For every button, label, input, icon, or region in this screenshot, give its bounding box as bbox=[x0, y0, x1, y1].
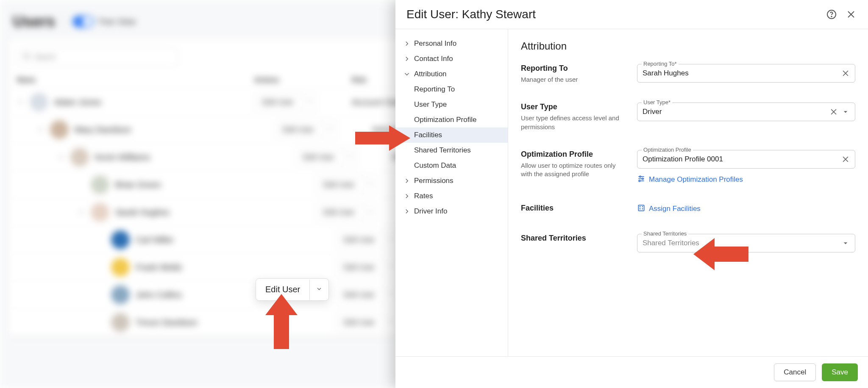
user-name: Adam Jones bbox=[54, 97, 101, 107]
user-name: Trevor Davidson bbox=[136, 318, 198, 327]
chevron-down-icon[interactable] bbox=[301, 94, 316, 110]
nav-item-contact-info[interactable]: Contact Info bbox=[395, 51, 508, 67]
avatar bbox=[50, 120, 69, 139]
panel-side-nav: Personal Info Contact Info Attribution R… bbox=[395, 29, 508, 356]
chevron-down-icon[interactable] bbox=[362, 204, 377, 220]
chevron-down-icon[interactable] bbox=[78, 209, 85, 216]
edit-user-button-label: Edit User bbox=[255, 94, 301, 111]
optimization-profile-field[interactable]: Optimization Profile Optimization Profil… bbox=[637, 150, 855, 169]
clear-icon[interactable] bbox=[841, 69, 850, 78]
chevron-right-icon bbox=[403, 208, 411, 215]
user-name: Brian Green bbox=[115, 180, 161, 190]
chevron-right-icon bbox=[403, 177, 411, 185]
search-icon bbox=[22, 52, 31, 62]
edit-user-button-label: Edit User bbox=[336, 314, 383, 331]
chevron-down-icon[interactable] bbox=[322, 122, 337, 138]
nav-item-personal-info[interactable]: Personal Info bbox=[395, 36, 508, 51]
edit-user-button[interactable]: Edit User bbox=[336, 258, 398, 277]
reporting-to-value: Sarah Hughes bbox=[643, 69, 841, 78]
reporting-to-field[interactable]: Reporting To* Sarah Hughes bbox=[637, 64, 855, 83]
edit-user-button-label: Edit User bbox=[295, 149, 342, 166]
avatar bbox=[111, 230, 130, 249]
edit-user-action-button[interactable]: Edit User bbox=[256, 278, 329, 301]
clear-icon[interactable] bbox=[829, 108, 838, 116]
svg-rect-20 bbox=[642, 206, 643, 208]
nav-sub-user-type[interactable]: User Type bbox=[395, 97, 508, 112]
panel-title: Edit User: Kathy Stewart bbox=[406, 8, 536, 21]
edit-user-button-label: Edit User bbox=[275, 121, 322, 139]
svg-point-0 bbox=[24, 53, 29, 58]
nav-item-attribution[interactable]: Attribution bbox=[395, 67, 508, 82]
edit-user-button-label: Edit User bbox=[316, 176, 362, 194]
assign-facilities-label: Assign Facilities bbox=[649, 205, 701, 213]
avatar bbox=[91, 203, 109, 222]
nav-sub-optimization-profile[interactable]: Optimization Profile bbox=[395, 112, 508, 127]
dropdown-caret-icon[interactable] bbox=[841, 239, 850, 247]
reporting-to-label: Reporting To bbox=[521, 64, 623, 73]
save-button[interactable]: Save bbox=[822, 363, 858, 381]
nav-sub-facilities[interactable]: Facilities bbox=[395, 127, 508, 143]
edit-user-button-label: Edit User bbox=[336, 259, 383, 276]
chevron-down-icon[interactable] bbox=[309, 280, 328, 300]
cancel-button[interactable]: Cancel bbox=[774, 363, 816, 381]
edit-user-button-label: Edit User bbox=[316, 204, 362, 221]
edit-user-button[interactable]: Edit User bbox=[295, 148, 357, 166]
shared-territories-floating-label: Shared Territories bbox=[642, 230, 688, 237]
chevron-down-icon[interactable] bbox=[37, 126, 44, 133]
search-input[interactable]: Search bbox=[17, 47, 178, 67]
edit-user-button-label: Edit User bbox=[256, 279, 309, 300]
column-header-name[interactable]: Name bbox=[17, 76, 254, 84]
close-icon[interactable] bbox=[845, 8, 857, 20]
edit-user-button[interactable]: Edit User bbox=[254, 93, 317, 111]
edit-user-button[interactable]: Edit User bbox=[275, 121, 337, 139]
tree-view-toggle[interactable] bbox=[72, 16, 94, 28]
nav-label: Driver Info bbox=[414, 207, 447, 216]
avatar bbox=[30, 93, 48, 111]
avatar bbox=[111, 258, 130, 277]
dropdown-caret-icon[interactable] bbox=[841, 108, 850, 116]
clear-icon[interactable] bbox=[841, 155, 850, 164]
tree-view-toggle-label: Tree View bbox=[98, 17, 136, 27]
chevron-down-icon[interactable] bbox=[342, 149, 357, 165]
nav-label: Personal Info bbox=[414, 39, 456, 48]
nav-label: Rates bbox=[414, 192, 433, 200]
chevron-right-icon bbox=[403, 192, 411, 200]
edit-user-button-label: Edit User bbox=[336, 286, 383, 304]
nav-sub-shared-territories[interactable]: Shared Territories bbox=[395, 143, 508, 158]
user-type-value: Driver bbox=[643, 108, 829, 116]
edit-user-button[interactable]: Edit User bbox=[336, 231, 398, 249]
nav-item-permissions[interactable]: Permissions bbox=[395, 173, 508, 188]
chevron-down-icon[interactable] bbox=[17, 99, 24, 105]
help-icon[interactable] bbox=[826, 8, 837, 20]
shared-territories-field[interactable]: Shared Territories Shared Territories bbox=[637, 234, 855, 252]
nav-label: Contact Info bbox=[414, 55, 453, 63]
user-name: Kevin Williams bbox=[95, 152, 150, 162]
nav-sub-reporting-to[interactable]: Reporting To bbox=[395, 82, 508, 97]
page-title: Users bbox=[13, 13, 55, 30]
edit-user-panel: Edit User: Kathy Stewart Personal Info C… bbox=[395, 0, 868, 388]
edit-user-button[interactable]: Edit User bbox=[315, 176, 378, 194]
nav-sub-custom-data[interactable]: Custom Data bbox=[395, 158, 508, 173]
edit-user-button[interactable]: Edit User bbox=[315, 203, 378, 222]
svg-point-3 bbox=[831, 16, 832, 17]
chevron-down-icon[interactable] bbox=[362, 177, 377, 193]
edit-user-button[interactable]: Edit User bbox=[336, 286, 398, 304]
divider bbox=[64, 14, 64, 29]
edit-user-button-label: Edit User bbox=[336, 231, 383, 249]
edit-user-button[interactable]: Edit User bbox=[336, 313, 398, 332]
avatar bbox=[91, 175, 109, 194]
assign-facilities-link[interactable]: Assign Facilities bbox=[637, 204, 855, 214]
nav-item-driver-info[interactable]: Driver Info bbox=[395, 204, 508, 219]
user-type-field[interactable]: User Type* Driver bbox=[637, 103, 855, 121]
nav-label: Permissions bbox=[414, 177, 453, 185]
nav-item-rates[interactable]: Rates bbox=[395, 188, 508, 204]
optimization-profile-floating-label: Optimization Profile bbox=[642, 147, 693, 153]
svg-point-13 bbox=[640, 176, 641, 177]
sliders-icon bbox=[637, 175, 645, 185]
manage-optimization-profiles-link[interactable]: Manage Optimization Profiles bbox=[637, 175, 855, 185]
nav-label: Attribution bbox=[414, 70, 447, 78]
avatar bbox=[111, 313, 130, 332]
chevron-down-icon[interactable] bbox=[58, 154, 64, 161]
svg-rect-18 bbox=[638, 205, 644, 211]
avatar bbox=[70, 148, 89, 166]
